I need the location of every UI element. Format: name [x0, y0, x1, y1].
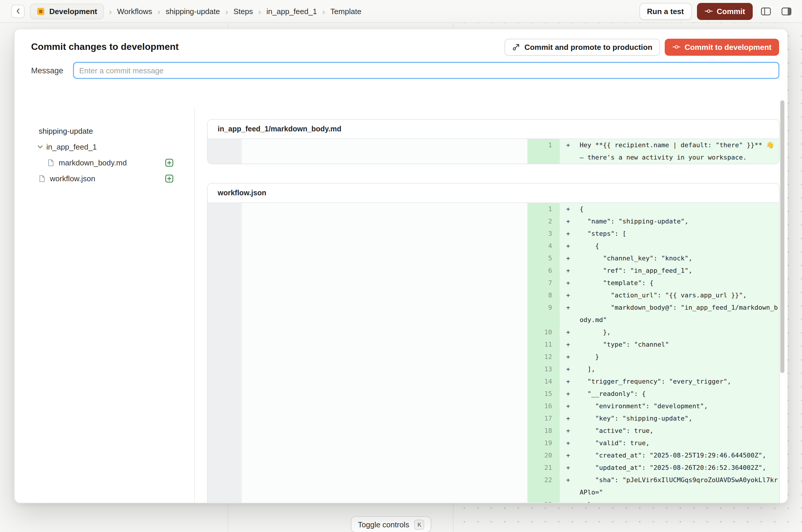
diff-old-content [242, 139, 527, 164]
commit-to-development-button[interactable]: Commit to development [665, 38, 779, 55]
diff-new-gutter: 6 [527, 265, 560, 277]
diff-new-gutter: 17 [527, 412, 560, 425]
diff-line: 19+ "valid": true, [208, 437, 779, 449]
tree-root-shipping-update[interactable]: shipping-update [15, 123, 194, 139]
diff-new-sign: + [560, 474, 580, 498]
environment-icon [36, 7, 45, 16]
commit-button[interactable]: Commit [697, 3, 753, 20]
breadcrumb-separator-icon: › [109, 7, 112, 16]
diff-line: 11+ "type": "channel" [208, 339, 779, 351]
back-button[interactable] [11, 4, 25, 18]
diff-new-sign: + [560, 339, 580, 351]
diff-old-content [242, 240, 527, 252]
toggle-left-panel-button[interactable] [758, 4, 773, 18]
diff-new-text: Hey **{{ recipient.name | default: "ther… [580, 139, 779, 164]
diff-new-text: "name": "shipping-update", [580, 215, 779, 228]
diff-line: 14+ "trigger_frequency": "every_trigger"… [208, 375, 779, 388]
diff-old-gutter [208, 437, 242, 449]
environment-label: Development [49, 7, 97, 16]
diff-new-text: { [580, 240, 779, 252]
diff-new-sign: + [560, 240, 580, 252]
diff-new-sign: + [560, 252, 580, 265]
diff-new-sign: + [560, 139, 580, 164]
breadcrumb-item-workflows[interactable]: Workflows [117, 7, 152, 16]
commit-and-promote-button[interactable]: Commit and promote to production [505, 38, 660, 55]
diff-card-header: workflow.json [208, 184, 779, 203]
diff-old-content [242, 289, 527, 302]
promote-icon [512, 43, 520, 51]
panel-right-icon [781, 7, 791, 16]
tree-file-markdown-body[interactable]: markdown_body.md [15, 155, 194, 171]
diff-new-gutter: 1 [527, 203, 560, 215]
diff-old-content [242, 388, 527, 400]
git-commit-icon [704, 7, 712, 15]
diff-new-text: "active": true, [580, 425, 779, 437]
commit-to-development-label: Commit to development [685, 42, 771, 51]
diff-card-markdown-body: in_app_feed_1/markdown_body.md 1+Hey **{… [207, 119, 780, 164]
breadcrumb-item-template[interactable]: Template [330, 7, 361, 16]
diff-old-content [242, 339, 527, 351]
diff-line: 23+ } [208, 498, 779, 503]
diff-new-sign: + [560, 215, 580, 228]
diff-new-sign: + [560, 388, 580, 400]
diff-new-sign: + [560, 302, 580, 326]
diff-new-sign: + [560, 326, 580, 339]
diff-old-gutter [208, 203, 242, 215]
breadcrumb-item-steps[interactable]: Steps [234, 7, 253, 16]
environment-switcher[interactable]: Development [30, 3, 104, 19]
diff-old-content [242, 252, 527, 265]
diff-body: 1+{2+ "name": "shipping-update",3+ "step… [208, 203, 779, 503]
diff-old-content [242, 425, 527, 437]
breadcrumb-item-in-app-feed-1[interactable]: in_app_feed_1 [266, 7, 317, 16]
diff-old-gutter [208, 326, 242, 339]
commit-message-input[interactable] [73, 62, 779, 79]
diff-new-text: "updated_at": "2025-08-26T20:26:52.36400… [580, 462, 779, 474]
tree-folder-in-app-feed-1[interactable]: in_app_feed_1 [15, 139, 194, 155]
modal-scrollbar-thumb[interactable] [780, 100, 784, 373]
breadcrumb-item-shipping-update[interactable]: shipping-update [166, 7, 220, 16]
diff-new-text: "key": "shipping-update", [580, 412, 779, 425]
diff-old-gutter [208, 302, 242, 326]
diff-card-workflow-json: workflow.json 1+{2+ "name": "shipping-up… [207, 183, 780, 503]
breadcrumb-separator-icon: › [157, 7, 161, 16]
breadcrumb: Development › Workflows › shipping-updat… [30, 3, 361, 19]
diff-line: 20+ "created_at": "2025-08-25T19:29:46.6… [208, 449, 779, 462]
diff-new-text: "created_at": "2025-08-25T19:29:46.64450… [580, 449, 779, 462]
diff-new-sign: + [560, 449, 580, 462]
commit-modal: Commit changes to development Commit and… [14, 29, 788, 503]
diff-new-text: "markdown_body@": "in_app_feed_1/markdow… [580, 302, 779, 326]
diff-new-gutter: 14 [527, 375, 560, 388]
diff-new-gutter: 10 [527, 326, 560, 339]
diff-new-gutter: 15 [527, 388, 560, 400]
toggle-right-panel-button[interactable] [779, 4, 794, 18]
diff-new-gutter: 21 [527, 462, 560, 474]
keyboard-shortcut-badge: K [414, 519, 425, 529]
diff-new-sign: + [560, 277, 580, 289]
diff-old-gutter [208, 265, 242, 277]
diff-line: 10+ }, [208, 326, 779, 339]
tree-file-workflow-json[interactable]: workflow.json [15, 171, 194, 187]
diff-card-header: in_app_feed_1/markdown_body.md [208, 120, 779, 139]
diff-new-text: "valid": true, [580, 437, 779, 449]
commit-modal-header: Commit changes to development Commit and… [15, 29, 787, 96]
breadcrumb-separator-icon: › [225, 7, 228, 16]
diff-old-gutter [208, 363, 242, 375]
toggle-controls-button[interactable]: Toggle controls K [351, 516, 431, 532]
chevron-down-icon [37, 144, 43, 150]
diff-line: 16+ "environment": "development", [208, 400, 779, 412]
diff-new-gutter: 2 [527, 215, 560, 228]
diff-new-text: "__readonly": { [580, 388, 779, 400]
diff-line: 15+ "__readonly": { [208, 388, 779, 400]
diff-pane[interactable]: in_app_feed_1/markdown_body.md 1+Hey **{… [194, 96, 787, 503]
diff-old-gutter [208, 139, 242, 164]
diff-new-text: } [580, 498, 779, 503]
diff-new-text: ], [580, 363, 779, 375]
diff-new-sign: + [560, 437, 580, 449]
diff-old-content [242, 351, 527, 363]
run-test-button[interactable]: Run a test [639, 3, 692, 20]
file-added-icon [165, 158, 174, 167]
diff-new-gutter: 13 [527, 363, 560, 375]
commit-label: Commit [716, 7, 745, 16]
diff-old-content [242, 437, 527, 449]
breadcrumb-separator-icon: › [258, 7, 261, 16]
